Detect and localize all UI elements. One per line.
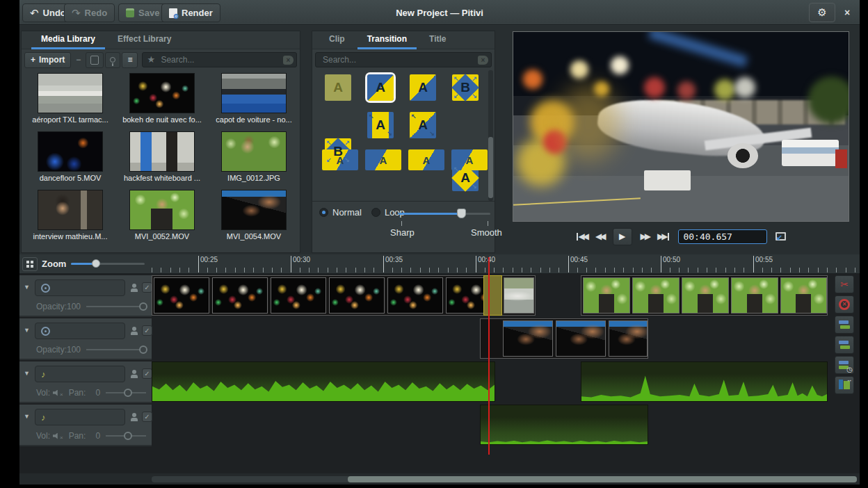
clear-search-icon[interactable]: ×: [478, 56, 488, 65]
transition-tile[interactable]: A↖↘: [367, 112, 394, 138]
media-item[interactable]: MVI_0054.MOV: [209, 190, 298, 241]
media-item[interactable]: dancefloor 5.MOV: [26, 131, 115, 182]
gapless-mode-button[interactable]: ↔: [835, 376, 854, 394]
border-slider-handle[interactable]: [457, 209, 466, 218]
layer-name-field[interactable]: ♪: [35, 409, 125, 425]
scrollbar-thumb[interactable]: [488, 137, 493, 198]
expander-icon[interactable]: ▼: [24, 370, 30, 377]
video-clip-interview[interactable]: [581, 275, 828, 316]
video-layer-icon: [41, 327, 50, 336]
media-item[interactable]: aéroport TXL tarmac...: [26, 73, 115, 124]
layer-name-field[interactable]: [35, 279, 125, 296]
transition-tile[interactable]: A↖↘: [410, 112, 436, 138]
pan-slider[interactable]: [106, 435, 146, 437]
import-button[interactable]: + Import: [24, 52, 71, 68]
insert-at-end-button[interactable]: [105, 52, 120, 68]
layer-enabled-checkbox[interactable]: ✓: [142, 412, 152, 422]
opacity-slider[interactable]: [86, 349, 146, 350]
speaker-muted-icon[interactable]: [53, 433, 59, 439]
transition-search-input[interactable]: [321, 53, 476, 67]
timeline-header: Zoom 00:25 00:30 00:35 00:40 00:45 00:50…: [19, 254, 860, 274]
media-item[interactable]: MVI_0052.MOV: [118, 190, 207, 241]
zoom-slider[interactable]: [71, 263, 145, 265]
media-item[interactable]: bokeh de nuit avec fo...: [118, 73, 207, 124]
border-slider[interactable]: [399, 213, 490, 215]
media-item[interactable]: capot de voiture - no...: [209, 73, 298, 124]
ungroup-clips-button[interactable]: [835, 336, 854, 354]
scrollbar-thumb[interactable]: [348, 476, 857, 482]
expander-icon[interactable]: ▼: [24, 413, 30, 420]
media-item[interactable]: IMG_0012.JPG: [209, 131, 298, 182]
tab-effect-library[interactable]: Effect Library: [108, 31, 181, 49]
transition-region[interactable]: [483, 275, 502, 316]
transition-tile[interactable]: A: [408, 149, 444, 170]
ruler-label: 00:50: [661, 256, 680, 273]
timeline-tracks[interactable]: [152, 274, 832, 473]
viewer[interactable]: [513, 31, 849, 222]
tab-transition[interactable]: Transition: [357, 31, 417, 49]
layer-name-field[interactable]: ♪: [35, 366, 125, 382]
transition-tile[interactable]: B↖↗↙↘: [452, 74, 479, 101]
tab-title[interactable]: Title: [419, 31, 456, 49]
close-button[interactable]: ×: [840, 6, 854, 19]
transition-tile[interactable]: A: [451, 149, 488, 170]
speaker-muted-icon[interactable]: [53, 390, 59, 396]
audio-clip[interactable]: [480, 405, 648, 445]
opacity-slider[interactable]: [86, 306, 146, 307]
timecode-entry[interactable]: [678, 229, 767, 244]
timeline-ruler[interactable]: 00:25 00:30 00:35 00:40 00:45 00:50 00:5…: [152, 254, 860, 273]
transition-tile[interactable]: A: [365, 149, 401, 170]
seek-back-button[interactable]: ◀◀: [595, 231, 604, 241]
playhead[interactable]: [488, 257, 490, 455]
zoom-fit-button[interactable]: [22, 257, 38, 271]
render-button[interactable]: ⚙ Render: [161, 3, 220, 22]
library-view-menu-button[interactable]: ≡: [122, 52, 138, 68]
pan-slider-handle[interactable]: [124, 389, 132, 397]
audio-clip[interactable]: [581, 361, 828, 402]
delete-clip-button[interactable]: ✕: [835, 295, 854, 314]
clear-search-icon[interactable]: ×: [283, 56, 294, 65]
tab-clip[interactable]: Clip: [319, 31, 355, 49]
zoom-fit-icon: [26, 261, 33, 268]
normal-radio[interactable]: [319, 208, 328, 217]
tab-media-library[interactable]: Media Library: [31, 31, 105, 49]
save-button[interactable]: Save: [118, 3, 167, 22]
media-item[interactable]: interview mathieu.M...: [26, 190, 115, 241]
pan-slider-handle[interactable]: [124, 432, 132, 440]
opacity-slider-handle[interactable]: [139, 345, 147, 354]
seek-end-button[interactable]: ▶▶: [657, 231, 670, 241]
transition-tile-selected[interactable]: A: [367, 74, 394, 101]
timeline-hscrollbar[interactable]: [152, 476, 857, 482]
layer-enabled-checkbox[interactable]: ✓: [142, 282, 152, 293]
video-clip-bokeh[interactable]: [152, 275, 502, 316]
audio-clip[interactable]: [152, 361, 495, 402]
clip-properties-button[interactable]: [86, 52, 104, 68]
menu-button[interactable]: ⚙: [809, 3, 835, 22]
video-clip-typing[interactable]: [480, 318, 648, 359]
transition-grid-scrollbar[interactable]: [488, 70, 493, 201]
group-clips-button[interactable]: [835, 316, 854, 334]
zoom-slider-handle[interactable]: [92, 259, 100, 268]
sharp-label: Sharp: [390, 227, 415, 238]
detach-viewer-button[interactable]: ↙: [775, 232, 786, 241]
expander-icon[interactable]: ▼: [24, 284, 30, 291]
pan-slider[interactable]: [106, 392, 146, 393]
split-clip-button[interactable]: ✂: [835, 275, 854, 293]
loop-radio[interactable]: [371, 208, 380, 217]
expander-icon[interactable]: ▼: [24, 327, 30, 334]
play-button[interactable]: ▶: [613, 228, 632, 245]
seek-start-button[interactable]: ◀◀: [576, 231, 587, 241]
library-search-input[interactable]: [159, 53, 281, 67]
media-item[interactable]: hackfest whiteboard ...: [118, 131, 207, 182]
transition-tile[interactable]: A: [325, 74, 351, 101]
layer-name-field[interactable]: [35, 323, 125, 339]
remove-clip-button[interactable]: −: [72, 52, 84, 68]
transition-tile[interactable]: A: [410, 74, 436, 101]
seek-forward-button[interactable]: ▶▶: [641, 231, 649, 241]
redo-button[interactable]: ↷ Redo: [64, 3, 115, 22]
layer-enabled-checkbox[interactable]: ✓: [142, 325, 152, 336]
align-clips-button[interactable]: ◷: [835, 356, 854, 374]
transition-properties: Normal Loop Sharp Smooth Reverse directi…: [312, 201, 495, 252]
layer-enabled-checkbox[interactable]: ✓: [142, 368, 152, 379]
opacity-slider-handle[interactable]: [139, 302, 147, 311]
